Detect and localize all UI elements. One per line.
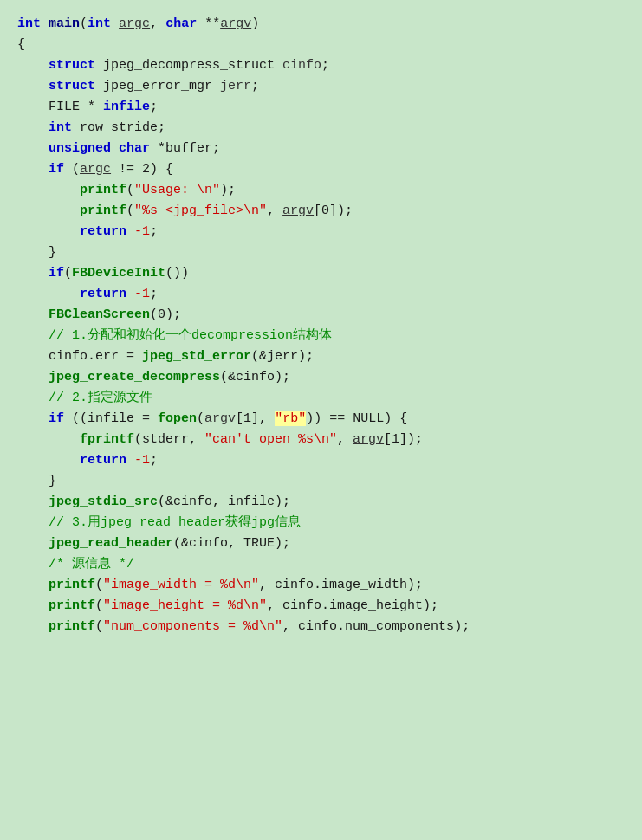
line-26: fprintf(stderr, "can't open %s\n", argv[… xyxy=(17,430,625,450)
line-28: } xyxy=(17,471,625,492)
line-12: return -1; xyxy=(17,222,625,242)
line-21: cinfo.err = jpeg_std_error(&jerr); xyxy=(17,346,625,367)
line-24: // 2.指定源文件 xyxy=(17,388,625,409)
line-9: if (argc != 2) { xyxy=(17,159,625,180)
line-29: jpeg_stdio_src(&cinfo, infile); xyxy=(17,492,625,513)
line-22: jpeg_create_decompress(&cinfo); xyxy=(17,367,625,388)
line-13: } xyxy=(17,242,625,263)
line-25: if ((infile = fopen(argv[1], "rb")) == N… xyxy=(17,409,625,430)
line-18: FBCleanScreen(0); xyxy=(17,305,625,326)
line-4: struct jpeg_error_mgr jerr; xyxy=(17,76,625,97)
line-2: { xyxy=(17,35,625,55)
line-10: printf("Usage: \n"); xyxy=(17,180,625,201)
line-32: jpeg_read_header(&cinfo, TRUE); xyxy=(17,533,625,554)
line-7: unsigned char *buffer; xyxy=(17,139,625,159)
line-3: struct jpeg_decompress_struct cinfo; xyxy=(17,55,625,76)
line-20: // 1.分配和初始化一个decompression结构体 xyxy=(17,326,625,346)
line-31: // 3.用jpeg_read_header获得jpg信息 xyxy=(17,513,625,533)
line-11: printf("%s <jpg_file>\n", argv[0]); xyxy=(17,201,625,222)
code-block: int main(int argc, char **argv) { struct… xyxy=(17,14,625,637)
line-34: /* 源信息 */ xyxy=(17,554,625,575)
line-16: return -1; xyxy=(17,284,625,305)
line-1: int main(int argc, char **argv) xyxy=(17,14,625,35)
line-5: FILE * infile; xyxy=(17,97,625,118)
line-35: printf("image_width = %d\n", cinfo.image… xyxy=(17,575,625,596)
line-36: printf("image_height = %d\n", cinfo.imag… xyxy=(17,596,625,617)
line-6: int row_stride; xyxy=(17,118,625,139)
line-15: if(FBDeviceInit()) xyxy=(17,263,625,284)
line-37: printf("num_components = %d\n", cinfo.nu… xyxy=(17,617,625,637)
line-27: return -1; xyxy=(17,450,625,471)
